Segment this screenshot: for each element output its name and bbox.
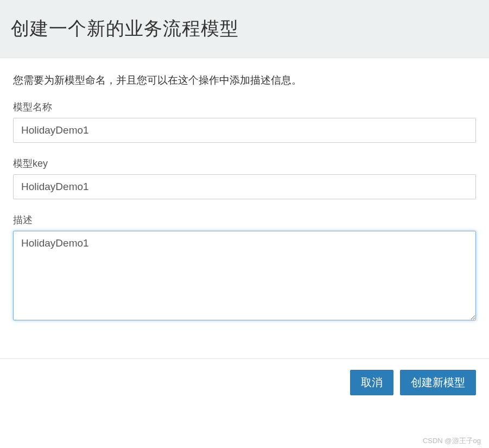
description-label: 描述 [13,213,476,226]
cancel-button[interactable]: 取消 [350,370,393,395]
model-name-input[interactable] [13,118,476,143]
modal-header: 创建一个新的业务流程模型 [0,0,489,58]
model-key-input[interactable] [13,174,476,199]
form-group-description: 描述 HolidayDemo1 [13,213,476,323]
form-group-model-key: 模型key [13,157,476,199]
watermark: CSDN @游王子og [423,436,481,446]
help-text: 您需要为新模型命名，并且您可以在这个操作中添加描述信息。 [13,73,476,87]
model-key-label: 模型key [13,157,476,170]
modal-title: 创建一个新的业务流程模型 [11,16,478,41]
create-button[interactable]: 创建新模型 [400,370,476,395]
modal-body: 您需要为新模型命名，并且您可以在这个操作中添加描述信息。 模型名称 模型key … [0,58,489,358]
description-textarea[interactable]: HolidayDemo1 [13,231,476,320]
form-group-model-name: 模型名称 [13,100,476,143]
model-name-label: 模型名称 [13,100,476,113]
modal-footer: 取消 创建新模型 [0,358,489,406]
